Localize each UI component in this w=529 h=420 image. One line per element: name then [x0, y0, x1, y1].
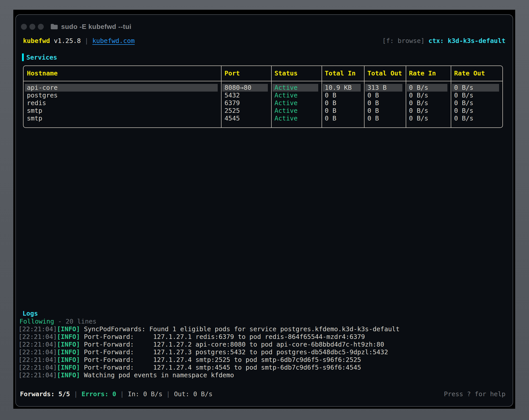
app-header-left: kubefwd v1.25.8 | kubefwd.com [23, 37, 135, 45]
status-separator: | [120, 390, 124, 398]
cell-total-out: 0 B [364, 107, 406, 115]
table-header-row: Hostname Port Status Total In Total Out … [24, 66, 502, 81]
cell-status: Active [271, 99, 322, 107]
status-bar: Forwards: 5/5 | Errors: 0 | In: 0 B/s | … [20, 390, 505, 398]
cell-total-out: 0 B [364, 99, 406, 107]
column-header-total-out: Total Out [364, 70, 406, 77]
cell-rate-out: 0 B/s [451, 84, 502, 92]
lines-count: - 20 lines [54, 318, 96, 325]
status-separator: | [166, 390, 170, 398]
cell-rate-in: 0 B/s [406, 84, 451, 92]
log-level-badge: [INFO] [57, 341, 80, 348]
log-timestamp: [22:21:04] [18, 341, 57, 348]
table-row[interactable]: api-core 8080→80 Active 10.9 KB 313 B 0 … [24, 84, 502, 92]
cell-port: 6379 [221, 99, 271, 107]
browse-key-hint: [f: browse] [382, 37, 425, 45]
cell-rate-out: 0 B/s [451, 107, 502, 115]
app-version-value: v1.25.8 [54, 37, 81, 45]
logs-section: Logs Following - 20 lines [22:21:04][INF… [16, 310, 513, 379]
cell-port: 5432 [221, 92, 271, 99]
log-timestamp: [22:21:04] [18, 356, 57, 363]
column-header-total-in: Total In [322, 70, 364, 77]
section-accent-bar [22, 53, 24, 61]
log-timestamp: [22:21:04] [18, 333, 57, 340]
context-label: ctx: k3d-k3s-default [428, 37, 505, 45]
status-bar-left: Forwards: 5/5 | Errors: 0 | In: 0 B/s | … [20, 390, 213, 398]
column-divider [271, 66, 272, 127]
table-row[interactable]: redis 6379 Active 0 B 0 B 0 B/s 0 B/s [24, 99, 502, 107]
cell-total-in: 0 B [322, 99, 364, 107]
window-title: sudo -E kubefwd --tui [61, 23, 131, 31]
cell-rate-in: 0 B/s [406, 99, 451, 107]
log-timestamp: [22:21:04] [18, 364, 57, 371]
log-timestamp: [22:21:04] [18, 348, 57, 356]
app-header-right: [f: browse] ctx: k3d-k3s-default [382, 37, 505, 45]
log-level-badge: [INFO] [57, 325, 80, 333]
help-hint: Press ? for help [444, 390, 505, 398]
cell-hostname: redis [24, 99, 221, 107]
log-entry: [22:21:04][INFO] SyncPodForwards: Found … [18, 325, 513, 333]
status-separator: | [74, 390, 78, 398]
cell-rate-in: 0 B/s [406, 115, 451, 122]
column-divider [364, 66, 365, 127]
logs-title: Logs [23, 310, 513, 318]
log-level-badge: [INFO] [57, 371, 80, 379]
app-header: kubefwd v1.25.8 | kubefwd.com [f: browse… [16, 37, 513, 45]
services-section-header: Services [22, 53, 513, 61]
cell-port: 8080→80 [221, 84, 271, 92]
table-row[interactable]: smtp 4545 Active 0 B 0 B 0 B/s 0 B/s [24, 115, 502, 122]
forwards-counter: Forwards: 5/5 [20, 390, 70, 398]
log-entry: [22:21:04][INFO] Port-Forward: 127.1.27.… [18, 356, 513, 364]
header-separator [81, 37, 85, 45]
in-rate: In: 0 B/s [128, 390, 162, 398]
services-title: Services [26, 54, 57, 61]
window-close-button[interactable] [21, 24, 27, 30]
cell-rate-in: 0 B/s [406, 92, 451, 99]
cell-hostname: api-core [24, 84, 221, 92]
column-header-rate-out: Rate Out [451, 70, 502, 77]
log-message: Port-Forward: 127.1.27.4 smtp:2525 to po… [80, 356, 361, 363]
log-message: Port-Forward: 127.1.27.1 redis:6379 to p… [80, 333, 365, 340]
column-divider [451, 66, 451, 127]
table-row[interactable]: postgres 5432 Active 0 B 0 B 0 B/s 0 B/s [24, 92, 502, 99]
cell-total-out: 0 B [364, 92, 406, 99]
log-level-badge: [INFO] [57, 333, 80, 340]
app-name: kubefwd [23, 37, 50, 45]
column-divider [221, 66, 222, 127]
out-rate: Out: 0 B/s [174, 390, 213, 398]
log-entries: [22:21:04][INFO] SyncPodForwards: Found … [16, 325, 513, 379]
log-timestamp: [22:21:04] [18, 325, 57, 333]
column-header-hostname: Hostname [24, 70, 221, 77]
log-message: Port-Forward: 127.1.27.2 api-core:8080 t… [80, 341, 384, 348]
window-minimize-button[interactable] [29, 24, 35, 30]
kubefwd-link[interactable]: kubefwd.com [92, 37, 135, 45]
log-level-badge: [INFO] [57, 348, 80, 356]
table-row[interactable]: smtp 2525 Active 0 B 0 B 0 B/s 0 B/s [24, 107, 502, 115]
cell-status: Active [271, 92, 322, 99]
column-header-status: Status [271, 70, 322, 77]
cell-total-in: 10.9 KB [322, 84, 364, 92]
cell-total-in: 0 B [322, 115, 364, 122]
services-table-body: api-core 8080→80 Active 10.9 KB 313 B 0 … [24, 81, 502, 127]
cell-total-in: 0 B [322, 107, 364, 115]
cell-rate-out: 0 B/s [451, 115, 502, 122]
cell-rate-out: 0 B/s [451, 92, 502, 99]
log-level-badge: [INFO] [57, 356, 80, 363]
log-entry: [22:21:04][INFO] Watching pod events in … [18, 371, 513, 379]
cell-port: 4545 [221, 115, 271, 122]
cell-total-in: 0 B [322, 92, 364, 99]
log-message: Port-Forward: 127.1.27.4 smtp:4545 to po… [80, 364, 361, 371]
column-header-rate-in: Rate In [406, 70, 451, 77]
column-divider [322, 66, 322, 127]
cell-total-out: 0 B [364, 115, 406, 122]
log-entry: [22:21:04][INFO] Port-Forward: 127.1.27.… [18, 348, 513, 356]
follow-state: Following [19, 318, 54, 325]
cell-rate-in: 0 B/s [406, 107, 451, 115]
cell-status: Active [271, 115, 322, 122]
log-entry: [22:21:04][INFO] Port-Forward: 127.1.27.… [18, 333, 513, 341]
window-zoom-button[interactable] [38, 24, 44, 30]
app-version [50, 37, 54, 45]
column-header-port: Port [221, 70, 271, 77]
follow-status-line: Following - 20 lines [19, 318, 513, 325]
titlebar: sudo -E kubefwd --tui [16, 15, 513, 31]
